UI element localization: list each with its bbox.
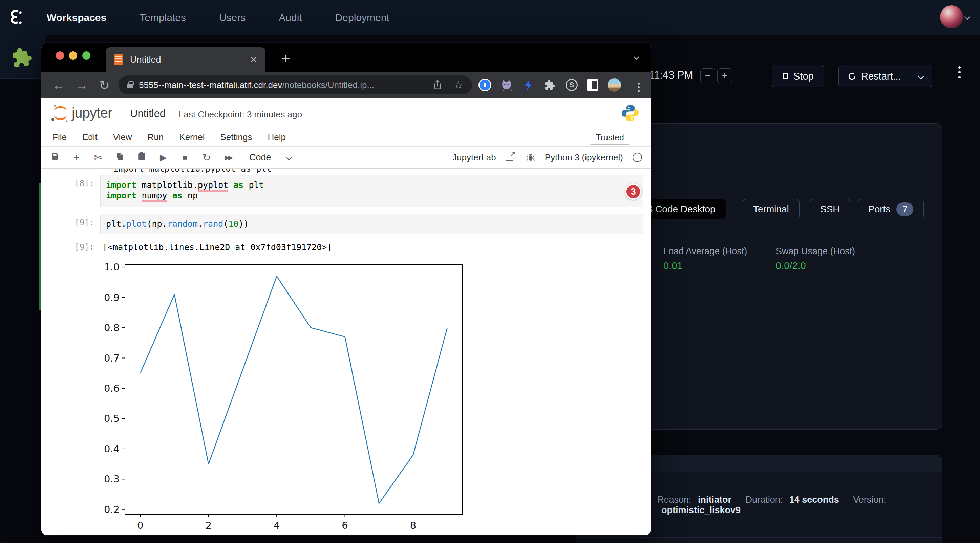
svg-text:0.4: 0.4 (104, 443, 119, 455)
paste-cells-button[interactable] (136, 152, 147, 163)
lightning-extension-icon[interactable] (522, 78, 536, 92)
notification-count-badge[interactable]: 3 (625, 184, 641, 200)
extensions-puzzle-icon[interactable] (543, 78, 557, 92)
cut-cells-button[interactable]: ✂ (93, 152, 103, 164)
open-jupyterlab-link[interactable]: JupyterLab (452, 152, 496, 163)
svg-text:4: 4 (274, 520, 280, 531)
cell-8-prompt: [8]: (57, 179, 94, 188)
cell-9-output-prompt: [9]: (57, 242, 94, 252)
menu-edit[interactable]: Edit (82, 132, 97, 143)
svg-text:0.2: 0.2 (104, 504, 119, 515)
address-bar[interactable]: 5555--main--test--matifali.atif.cdr.dev … (119, 76, 472, 94)
notebook-area: import matplotlib.pyplot as plt [8]: imp… (41, 168, 651, 535)
menu-run[interactable]: Run (148, 132, 164, 143)
reason-label: Reason: (657, 495, 692, 505)
notebook-title[interactable]: Untitled (130, 108, 165, 120)
url-host: 5555--main--test--matifali.atif.cdr.dev (139, 80, 282, 90)
cell-9-input[interactable]: plt.plot(np.random.rand(10)) (100, 214, 643, 234)
restart-button-label: Restart... (861, 71, 901, 82)
workspace-schedule-time: 11:43 PM (649, 69, 693, 81)
menu-kernel[interactable]: Kernel (179, 132, 205, 143)
load-average-value: 0.01 (663, 260, 747, 272)
browser-menu-kebab[interactable] (632, 81, 646, 94)
workspace-kebab-menu[interactable] (958, 66, 961, 78)
restart-button-main[interactable]: Restart... (839, 65, 910, 87)
nav-item-deployment[interactable]: Deployment (335, 12, 390, 23)
vscode-desktop-label: VS Code Desktop (640, 204, 716, 214)
svg-text:0.7: 0.7 (104, 352, 119, 364)
cell-9-output-text: [<matplotlib.lines.Line2D at 0x7fd03f191… (103, 242, 332, 252)
cell-9-prompt: [9]: (57, 218, 94, 227)
restart-workspace-button: Restart... (838, 65, 932, 87)
window-close-button[interactable] (56, 51, 64, 60)
user-menu-chevron-icon[interactable] (965, 14, 969, 20)
ssh-button[interactable]: SSH (810, 199, 850, 219)
forward-button[interactable]: → (75, 78, 88, 92)
restart-options-chevron[interactable] (910, 65, 932, 87)
nav-item-audit[interactable]: Audit (279, 12, 302, 23)
nav-item-workspaces[interactable]: Workspaces (47, 12, 106, 23)
python-logo-icon (621, 103, 640, 122)
stop-button-label: Stop (794, 71, 814, 82)
copy-cells-button[interactable] (115, 152, 125, 163)
cell-type-select[interactable]: Code (249, 152, 291, 163)
darkmode-extension-icon[interactable] (586, 78, 600, 92)
restart-kernel-button[interactable]: ↻ (201, 152, 212, 164)
workspace-app-puzzle-icon[interactable] (8, 44, 37, 70)
duration-value: 14 seconds (789, 495, 839, 505)
jupyter-brand: jupyter (72, 105, 112, 121)
ports-button[interactable]: Ports 7 (858, 199, 924, 219)
kernel-status-icon (633, 153, 642, 162)
bookmark-star-icon[interactable]: ☆ (453, 79, 463, 91)
menu-view[interactable]: View (113, 132, 132, 143)
browser-profile-avatar[interactable] (608, 78, 621, 92)
build-meta-row: Reason: initiator Duration: 14 seconds V… (657, 495, 942, 516)
nav-item-templates[interactable]: Templates (140, 12, 186, 23)
user-avatar[interactable] (940, 5, 963, 29)
coder-logo-icon[interactable] (8, 9, 23, 26)
run-cell-button[interactable]: ▶ (158, 152, 169, 163)
stop-workspace-button[interactable]: Stop (772, 65, 824, 87)
energy-saver-extension-icon[interactable]: S (565, 78, 578, 92)
back-button[interactable]: ← (52, 78, 65, 92)
menu-settings[interactable]: Settings (220, 132, 252, 143)
version-label: Version: (853, 495, 886, 505)
new-tab-button[interactable]: + (276, 49, 295, 68)
tab-search-chevron-icon[interactable] (634, 54, 639, 60)
save-button[interactable] (49, 152, 60, 163)
browser-tab[interactable]: Untitled ✕ (106, 48, 266, 72)
lock-icon[interactable] (127, 84, 133, 88)
reload-button[interactable]: ↻ (99, 78, 110, 93)
external-link-icon[interactable] (506, 154, 513, 161)
window-minimize-button[interactable] (69, 51, 77, 60)
terminal-button[interactable]: Terminal (743, 199, 800, 219)
onepassword-extension-icon[interactable] (478, 78, 492, 92)
github-cat-extension-icon[interactable] (500, 78, 513, 92)
checkpoint-status: Last Checkpoint: 3 minutes ago (179, 110, 302, 120)
kernel-name[interactable]: Python 3 (ipykernel) (545, 152, 623, 163)
debugger-bug-icon[interactable] (526, 153, 535, 162)
window-zoom-button[interactable] (82, 51, 91, 60)
figure-svg: 0.20.30.40.50.60.70.80.91.002468 (115, 262, 474, 532)
trusted-button[interactable]: Trusted (590, 131, 630, 144)
add-cell-button[interactable]: + (71, 151, 82, 164)
menu-help[interactable]: Help (267, 132, 285, 143)
ports-count-badge: 7 (896, 202, 913, 216)
restart-icon (848, 72, 856, 81)
svg-text:0.5: 0.5 (104, 413, 119, 424)
interrupt-kernel-button[interactable]: ■ (180, 153, 190, 162)
schedule-increase-button[interactable]: + (717, 68, 732, 83)
swap-usage-value: 0.0/2.0 (776, 260, 855, 272)
ssh-label: SSH (820, 204, 840, 214)
svg-text:0.9: 0.9 (104, 292, 119, 303)
schedule-decrease-button[interactable]: − (700, 68, 715, 83)
nav-item-users[interactable]: Users (219, 12, 245, 23)
tab-close-icon[interactable]: ✕ (250, 54, 257, 65)
ports-label: Ports (868, 204, 890, 214)
menu-file[interactable]: File (52, 132, 67, 143)
version-value: optimistic_liskov9 (661, 505, 741, 515)
share-icon[interactable] (433, 80, 442, 90)
jupyter-header: jupyter Untitled Last Checkpoint: 3 minu… (41, 98, 651, 128)
cell-8-input[interactable]: import matplotlib.pyplot as plt import n… (100, 175, 643, 207)
run-all-button[interactable]: ▶▶ (223, 154, 234, 162)
